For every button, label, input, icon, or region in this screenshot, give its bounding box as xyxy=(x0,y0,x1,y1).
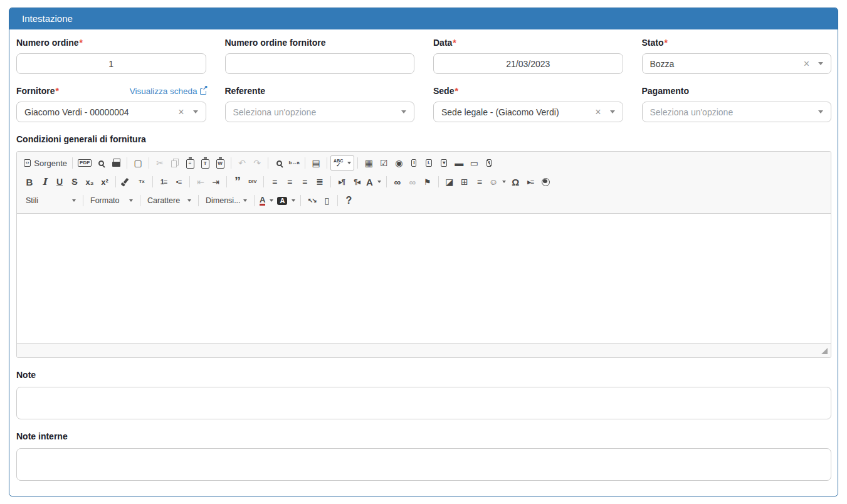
background-color-button[interactable]: A xyxy=(275,193,297,208)
superscript-button[interactable]: x² xyxy=(97,174,112,189)
editor-content-area[interactable] xyxy=(17,214,831,343)
select-field-button[interactable]: ▾ xyxy=(436,155,451,171)
horizontal-rule-button[interactable]: ≡ xyxy=(472,174,487,189)
blockquote-button[interactable]: ” xyxy=(230,174,245,189)
textarea-field-button[interactable]: I. xyxy=(421,155,436,171)
visualizza-scheda-link[interactable]: Visualizza scheda xyxy=(130,87,206,96)
print-button[interactable] xyxy=(108,155,124,171)
stato-select[interactable]: Bozza × xyxy=(642,53,832,74)
field-sede: Sede Sede legale - (Giacomo Verdi) × xyxy=(433,85,623,122)
about-button[interactable]: ? xyxy=(341,193,356,208)
form-button[interactable]: ▦ xyxy=(361,155,376,171)
bulleted-list-button[interactable]: •≡ xyxy=(171,174,186,189)
checkbox-icon: ☑ xyxy=(380,159,388,167)
export-pdf-button[interactable]: PDF xyxy=(76,155,93,171)
preview-button[interactable] xyxy=(93,155,108,171)
data-input[interactable] xyxy=(433,53,623,74)
format-combo[interactable]: Formato xyxy=(87,193,137,208)
smiley-button[interactable]: ☺ xyxy=(487,174,508,189)
paste-button[interactable]: ≡ xyxy=(182,155,197,171)
div-container-button[interactable]: DIV xyxy=(245,174,260,189)
sede-select[interactable]: Sede legale - (Giacomo Verdi) × xyxy=(433,102,623,122)
strikethrough-button[interactable]: S xyxy=(67,174,82,189)
clear-icon[interactable]: × xyxy=(804,59,809,69)
note-interne-textarea[interactable] xyxy=(16,448,831,481)
clear-icon[interactable]: × xyxy=(178,107,184,117)
chevron-down-icon[interactable] xyxy=(818,110,823,113)
italic-button[interactable]: I xyxy=(37,174,52,189)
show-blocks-icon: ▯ xyxy=(324,196,329,205)
bidi-ltr-button[interactable]: ▸¶ xyxy=(334,174,349,189)
numero-ordine-fornitore-input[interactable] xyxy=(225,53,415,74)
copy-formatting-icon xyxy=(124,177,129,183)
cut-icon: ✂ xyxy=(156,159,164,167)
paste-from-word-button[interactable]: W xyxy=(213,155,228,171)
numbered-list-button[interactable]: 1≡ xyxy=(156,174,171,189)
bold-button[interactable]: B xyxy=(22,174,37,189)
outdent-icon: ⇤ xyxy=(197,177,204,186)
paste-text-button[interactable]: T xyxy=(197,155,213,171)
pagamento-select[interactable]: Seleziona un'opzione xyxy=(642,102,832,122)
chevron-down-icon[interactable] xyxy=(401,110,406,113)
find-button[interactable] xyxy=(271,155,287,171)
remove-format-button[interactable]: Tx xyxy=(134,174,149,189)
editor-resize-handle[interactable] xyxy=(821,348,828,354)
image-button[interactable]: ◪ xyxy=(442,174,457,189)
font-combo[interactable]: Carattere xyxy=(144,193,195,208)
subscript-button[interactable]: x₂ xyxy=(82,174,97,189)
chevron-down-icon[interactable] xyxy=(193,110,198,113)
unlink-button: ∞ xyxy=(405,174,420,189)
hidden-field-button[interactable]: I xyxy=(481,155,497,171)
select-all-button[interactable]: ▤ xyxy=(308,155,324,171)
image-button-button[interactable]: ▭ xyxy=(466,155,481,171)
print-icon xyxy=(112,162,120,167)
chevron-down-icon[interactable] xyxy=(818,62,823,65)
align-right-button[interactable]: ≡ xyxy=(297,174,312,189)
spell-checker-button[interactable]: ABC✓ xyxy=(330,155,354,171)
clear-icon[interactable]: × xyxy=(595,107,601,117)
format-combo-label: Formato xyxy=(90,196,120,205)
chevron-down-icon[interactable] xyxy=(610,110,615,113)
italic-icon: I xyxy=(42,177,46,187)
source-label: Sorgente xyxy=(34,159,67,168)
button-field-button[interactable]: ▬ xyxy=(451,155,466,171)
text-color-button[interactable]: A xyxy=(258,193,275,208)
special-character-button[interactable]: Ω xyxy=(508,174,523,189)
radio-button-button[interactable]: ◉ xyxy=(391,155,406,171)
editor-status-bar xyxy=(17,343,831,357)
numero-ordine-label: Numero ordine xyxy=(16,37,83,48)
underline-button[interactable]: U xyxy=(52,174,67,189)
link-button[interactable]: ∞ xyxy=(390,174,405,189)
indent-button[interactable]: ⇥ xyxy=(208,174,223,189)
link-icon: ∞ xyxy=(394,177,401,187)
anchor-icon: ⚑ xyxy=(424,178,431,186)
replace-button[interactable]: b↔a xyxy=(287,155,302,171)
iframe-button[interactable] xyxy=(538,174,553,189)
checkbox-button[interactable]: ☑ xyxy=(376,155,391,171)
anchor-button[interactable]: ⚑ xyxy=(420,174,435,189)
language-button[interactable]: A xyxy=(364,174,383,189)
source-button[interactable]: ‹›Sorgente xyxy=(22,155,69,171)
size-combo[interactable]: Dimensi... xyxy=(202,193,251,208)
page-break-button[interactable]: ▸≡ xyxy=(523,174,538,189)
align-center-button[interactable]: ≡ xyxy=(282,174,297,189)
toolbar-separator xyxy=(198,195,199,206)
templates-button[interactable]: ▢ xyxy=(130,155,145,171)
note-textarea[interactable] xyxy=(16,387,831,419)
bidi-rtl-button[interactable]: ¶◂ xyxy=(349,174,364,189)
fornitore-select[interactable]: Giacomo Verdi - 00000004 × xyxy=(16,102,206,122)
page-break-icon: ▸≡ xyxy=(527,179,534,186)
text-field-button[interactable]: I xyxy=(406,155,421,171)
copy-formatting-button[interactable] xyxy=(119,174,134,189)
show-blocks-button[interactable]: ▯ xyxy=(319,193,334,208)
image-button-icon: ▭ xyxy=(470,159,478,167)
styles-combo[interactable]: Stili xyxy=(22,193,80,208)
justify-button[interactable]: ≣ xyxy=(312,174,327,189)
align-left-button[interactable]: ≡ xyxy=(267,174,282,189)
referente-select[interactable]: Seleziona un'opzione xyxy=(225,102,415,122)
numero-ordine-input[interactable] xyxy=(16,53,206,74)
toolbar-separator xyxy=(226,176,227,187)
toolbar-separator xyxy=(330,176,331,187)
table-button[interactable]: ⊞ xyxy=(457,174,472,189)
maximize-button[interactable]: ↖↘ xyxy=(304,193,319,208)
